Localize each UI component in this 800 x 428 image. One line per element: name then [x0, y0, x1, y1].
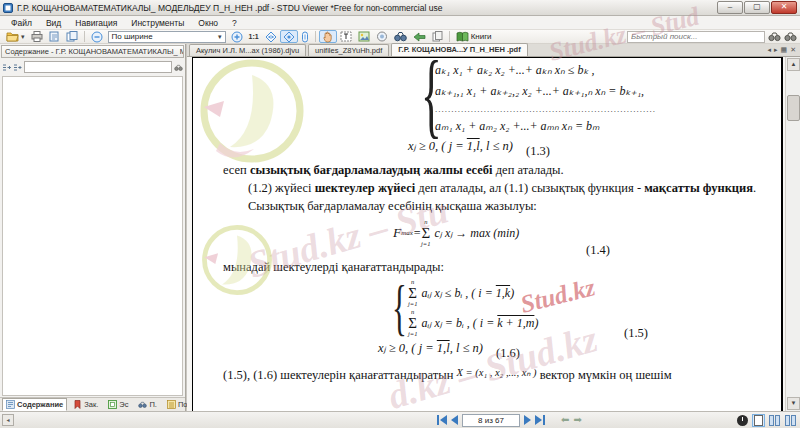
first-page-button[interactable]	[437, 415, 447, 425]
pages-copy-icon	[66, 31, 78, 42]
title-bar: Г.Р. КОЩАНОВАМАТЕМАТИКАЛЫ_ МОДЕЛЬДЕУ П_Н…	[0, 0, 800, 16]
collapse-sidebar-button[interactable]: ◂	[2, 414, 14, 426]
select-image-button[interactable]	[355, 30, 373, 43]
hand-tool-button[interactable]	[319, 30, 337, 43]
zoom-out-icon	[91, 31, 103, 43]
menu-bar: Файл Вид Навигация Инструменты Окно ?	[0, 16, 800, 30]
reading-timer-button[interactable]	[736, 414, 749, 427]
formula-1-4: Fmax = n Σ j=1 cⱼ xⱼ → max (min) (1.4)	[393, 216, 757, 250]
contents-tree[interactable]	[2, 76, 183, 396]
single-page-view-button[interactable]	[752, 414, 765, 427]
sidebar-tab-search[interactable]: П.	[134, 398, 160, 411]
zoom-in-button[interactable]	[228, 30, 246, 43]
highlights-icon	[167, 400, 176, 409]
doc-tab-akulich[interactable]: Акулич И.Л. М...ах (1986).djvu	[189, 44, 306, 56]
window-title: Г.Р. КОЩАНОВАМАТЕМАТИКАЛЫ_ МОДЕЛЬДЕУ П_Н…	[17, 3, 713, 13]
facing-pages-icon	[769, 415, 780, 426]
sum-symbol: n Σ j=1	[421, 219, 430, 247]
paragraph-satisfies: мынадай шектеулерді қанағаттандырады:	[223, 259, 757, 275]
scroll-down-icon[interactable]: ▼	[787, 397, 800, 410]
maximize-button[interactable]: ▢	[744, 1, 770, 14]
tab-scroll-right-icon[interactable]: ▸	[774, 45, 778, 54]
menu-file[interactable]: Файл	[4, 18, 39, 28]
zoom-mode-value: По ширине	[112, 32, 153, 41]
menu-tools[interactable]: Инструменты	[124, 18, 191, 28]
export-page-button[interactable]	[46, 30, 63, 43]
constraint-1-6: xⱼ ≥ 0, ( j = 1,l, l ≤ n) (1.6)	[378, 340, 757, 361]
collapse-tree-icon[interactable]	[13, 63, 22, 72]
constraint-1-3: xⱼ ≥ 0, ( j = 1,l, l ≤ n) (1.3)	[408, 138, 757, 159]
continuous-view-button[interactable]	[784, 414, 797, 427]
tab-close-icon[interactable]: ✕	[790, 45, 796, 54]
vertical-scrollbar[interactable]: ▲ ▼	[785, 57, 800, 411]
close-button[interactable]: ✕	[771, 1, 797, 14]
tab-scroll-left-icon[interactable]: ◂	[767, 45, 771, 54]
menu-navigation[interactable]: Навигация	[68, 18, 124, 28]
zoom-out-button[interactable]	[88, 30, 106, 43]
paragraph-constraint-system: (1.2) жүйесі шектеулер жүйесі деп аталад…	[223, 180, 757, 196]
sidebar-tab-bookmarks[interactable]: Зак.	[69, 398, 102, 411]
contents-tab-icon	[6, 400, 15, 409]
image-select-icon	[358, 31, 370, 42]
printer-icon	[31, 31, 43, 42]
sum-symbol: n Σ j=1	[408, 309, 417, 337]
sidebar-tab-contents[interactable]: Содержание	[2, 398, 67, 411]
minimize-button[interactable]: –	[717, 1, 743, 14]
contents-panel-header: Содержание - Г.Р. КОЩАНОВАМАТЕМАТИКАЛЫ_ …	[1, 45, 184, 58]
fit-height-button[interactable]	[298, 30, 312, 43]
open-dropdown-caret-icon[interactable]: ▾	[21, 33, 25, 41]
copy-selection-button[interactable]	[429, 30, 446, 43]
tab-list-icon[interactable]: ▦	[781, 45, 788, 54]
facing-pages-view-button[interactable]	[768, 414, 781, 427]
continuous-view-icon	[785, 415, 796, 426]
pdf-page[interactable]: { aₖ₁ x₁ + aₖ₂ x₂ +...+ aₖₙ xₙ ≤ bₖ , aₖ…	[192, 57, 783, 411]
book-icon	[456, 31, 469, 42]
page-indicator[interactable]: 8 из 67	[462, 414, 520, 427]
zoom-mode-combobox[interactable]: По ширине ▾	[108, 31, 226, 43]
contents-filter-input[interactable]	[24, 61, 172, 73]
history-back-button[interactable]	[410, 30, 429, 43]
status-bar: ◂ 8 из 67 ⬅ ➡	[0, 411, 800, 428]
scroll-up-icon[interactable]: ▲	[787, 58, 800, 71]
actual-size-button[interactable]: 1:1	[246, 30, 262, 43]
fit-width-button[interactable]	[262, 30, 280, 43]
last-page-button[interactable]	[535, 415, 545, 425]
contents-search-icon[interactable]	[174, 63, 183, 72]
menu-view[interactable]: Вид	[39, 18, 68, 28]
equation-label-1-4: (1.4)	[586, 242, 610, 258]
equation-label-1-5: (1.5)	[624, 325, 648, 341]
next-page-button[interactable]	[524, 415, 531, 425]
page-export-icon	[49, 31, 60, 42]
page-navigation: 8 из 67 ⬅ ➡	[437, 414, 582, 427]
doc-tab-unifiles[interactable]: unifiles_Z8YuHh.pdf	[308, 44, 389, 56]
open-file-button[interactable]: ▾	[3, 30, 28, 43]
history-forward-icon[interactable]: ➡	[573, 415, 581, 425]
equation-system-1-5: { n Σ j=1 aᵢⱼ xⱼ ≤ bᵢ , ( i = 1,k) n Σ j…	[408, 278, 757, 338]
expand-tree-icon[interactable]	[2, 63, 11, 72]
sidebar-tab-thumbnails[interactable]: Эс	[104, 398, 132, 411]
paragraph-vector-solution: (1.5), (1.6) шектеулерін қанағаттандырат…	[223, 365, 757, 383]
menu-window[interactable]: Окно	[191, 18, 225, 28]
contents-panel: Содержание - Г.Р. КОЩАНОВАМАТЕМАТИКАЛЫ_ …	[0, 44, 186, 411]
print-button[interactable]	[28, 30, 46, 43]
history-back-icon[interactable]: ⬅	[561, 415, 569, 425]
menu-help[interactable]: ?	[225, 18, 244, 28]
fit-page-button[interactable]	[280, 30, 298, 43]
scrollbar-thumb[interactable]	[787, 95, 800, 121]
fit-width-icon	[265, 31, 277, 43]
books-button[interactable]: Книги	[453, 30, 495, 43]
search-document-button[interactable]	[391, 30, 410, 43]
doc-tab-koschanova[interactable]: Г.Р. КОЩАНОВА...У П_Н_НЕН .pdf	[391, 43, 527, 56]
bookmark-icon	[73, 400, 82, 409]
equation-label-1-6: (1.6)	[496, 346, 520, 360]
fit-page-icon	[283, 31, 295, 43]
quick-search-input[interactable]	[627, 31, 765, 43]
prev-page-button[interactable]	[451, 415, 458, 425]
select-text-button[interactable]	[337, 30, 355, 43]
search-next-icon[interactable]	[768, 31, 781, 42]
binoculars-icon	[394, 31, 407, 42]
search-prev-icon[interactable]	[784, 31, 797, 42]
copy-page-button[interactable]	[63, 30, 81, 43]
equation-system-1-2: { aₖ₁ x₁ + aₖ₂ x₂ +...+ aₖₙ xₙ ≤ bₖ , aₖ…	[435, 60, 757, 137]
snapshot-button[interactable]	[373, 30, 391, 43]
